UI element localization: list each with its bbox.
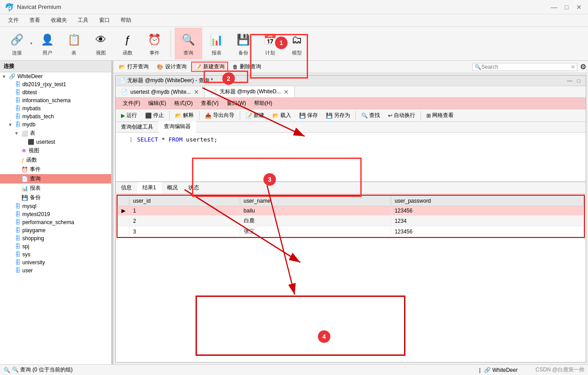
toolbar-item-备份[interactable]: 💾备份 [231,29,256,58]
sidebar-item-WhiteDeer[interactable]: ▼🔗WhiteDeer [0,72,111,80]
clear-search-icon[interactable]: ✕ [571,64,575,70]
search-icon: 🔍 [475,64,481,70]
sidebar-item-视图[interactable]: 👁视图 [0,146,111,155]
sidebar-item-information_schema[interactable]: 🗄information_schema [0,96,111,104]
table-row[interactable]: 3张三123456 [118,226,584,237]
sidebar-item-performance_schema[interactable]: 🗄performance_schema [0,218,111,226]
database-icon: 🗄 [15,81,21,88]
qw-minimize-button[interactable]: — [566,77,573,84]
toolbar-item-查询[interactable]: 🔍查询 [175,28,202,59]
sidebar-item-dbtest[interactable]: 🗄dbtest [0,88,111,96]
sidebar-item-mybatis_tech[interactable]: 🗄mybatis_tech [0,112,111,121]
menu-item-查看[interactable]: 查看 [25,15,45,26]
sidebar-item-playgame[interactable]: 🗄playgame [0,226,111,234]
toolbar-item-计划[interactable]: 📅计划 [258,29,283,58]
close-button[interactable]: ✕ [575,3,584,12]
sidebar-item-报表[interactable]: 📊报表 [0,183,111,193]
query-window-toolbar: ▶ 运行 ⬛ 停止 📂 解释 [116,109,586,122]
delete-query-button[interactable]: 🗑 删除查询 [229,62,265,71]
run-button[interactable]: ▶ 运行 [117,111,141,120]
stop-icon: ⬛ [145,112,152,119]
toolbar-item-报表[interactable]: 📊报表 [204,29,229,58]
qw-menu-格式O[interactable]: 格式(O) [171,99,196,108]
cell-user-password: 123456 [391,226,584,237]
search-box[interactable]: 🔍 ✕ [472,63,577,71]
save-button[interactable]: 💾 保存 [296,111,321,120]
maximize-button[interactable]: □ [562,3,571,12]
sidebar-item-事件[interactable]: ⏰事件 [0,165,111,174]
sidebar-item-表[interactable]: ▼⬜表 [0,129,111,138]
subtab-query-editor[interactable]: 查询编辑器 [158,121,196,133]
results-tab-info[interactable]: 信息 [116,182,137,193]
new-button[interactable]: 📝 新建 [242,111,268,120]
qw-menu-帮助H[interactable]: 帮助(H) [250,99,276,108]
sidebar-item-备份[interactable]: 💾备份 [0,193,111,202]
connect-with-arrow[interactable]: 🔗连接▼ [4,29,33,58]
sidebar-item-university[interactable]: 🗄university [0,258,111,267]
menu-item-文件[interactable]: 文件 [4,15,23,26]
results-table[interactable]: user_id user_name user_password ▶1bailu1… [117,195,585,238]
tab-untitled[interactable]: 📄 无标题 @mydb (WhiteD... ✕ [205,86,295,97]
tab-close-icon2[interactable]: ✕ [284,88,289,96]
stop-button[interactable]: ⬛ 停止 [142,111,167,120]
menu-item-工具[interactable]: 工具 [73,15,93,26]
search-input[interactable] [481,64,571,70]
results-tab-status[interactable]: 状态 [183,182,204,193]
menu-item-收藏夹[interactable]: 收藏夹 [46,15,71,26]
toolbar-item-用户[interactable]: 👤用户 [35,29,60,58]
menu-item-帮助[interactable]: 帮助 [116,15,136,26]
toolbar-item-事件[interactable]: ⏰事件 [142,29,167,58]
sidebar-item-usertest[interactable]: ⬛usertest [0,138,111,146]
qw-menu-窗口W[interactable]: 窗口(W) [223,99,250,108]
sidebar-item-sys[interactable]: 🗄sys [0,250,111,258]
sidebar-item-spj[interactable]: 🗄spj [0,242,111,250]
open-query-button[interactable]: 📂 打开查询 [115,62,152,71]
sql-editor[interactable]: 1 SELECT * FROM usertest; [116,133,586,182]
cell-user-name: bailu [240,206,391,216]
new-query-button[interactable]: 📝 新建查询 [191,62,228,72]
qw-menu-编辑E[interactable]: 编辑(E) [145,99,170,108]
design-query-button[interactable]: 🎨 设计查询 [153,62,190,71]
tab-usertest[interactable]: 📄 usertest @mydb (White... ✕ [116,86,205,97]
sidebar-content[interactable]: ▼🔗WhiteDeer 🗄db2019_rjxy_test1 🗄dbtest 🗄… [0,72,111,364]
函数-label: 函数 [123,50,133,56]
报表-icon: 📊 [208,31,225,49]
sidebar-item-db2019_rjxy_test1[interactable]: 🗄db2019_rjxy_test1 [0,80,111,88]
tab-close-icon[interactable]: ✕ [194,88,199,96]
load-button[interactable]: 📂 载入 [269,111,295,120]
table-row[interactable]: 2白鹿1234 [118,216,584,226]
toolbar-item-视图[interactable]: 👁视图 [88,29,113,58]
explain-button[interactable]: 📂 解释 [171,111,197,120]
subtab-query-builder[interactable]: 查询创建工具 [116,121,158,133]
sidebar-item-mydb[interactable]: ▼🗄mydb [0,121,111,129]
sidebar-item-查询[interactable]: 📄查询 [0,174,111,183]
toolbar-item-模型[interactable]: 🗂模型 [284,29,309,58]
toolbar-item-表[interactable]: 📋表 [62,29,87,58]
sidebar-item-mybatis[interactable]: 🗄mybatis [0,104,111,112]
results-tab-1[interactable]: 结果1 [137,182,162,193]
toolbar-item-函数[interactable]: ƒ函数 [115,29,140,58]
sidebar-item-shopping[interactable]: 🗄shopping [0,234,111,242]
sidebar-item-mytest2019[interactable]: 🗄mytest2019 [0,210,111,218]
find-icon: 🔍 [361,112,368,119]
toolbar-item-连接[interactable]: 🔗连接 [4,29,29,58]
sidebar-item-user[interactable]: 🗄user [0,267,111,275]
table-row[interactable]: ▶1bailu123456 [118,206,584,216]
grid-view-button[interactable]: ⊞ 网格查看 [423,111,457,120]
qw-maximize-button[interactable]: □ [575,77,582,84]
export-wizard-button[interactable]: 📤 导出向导 [201,111,238,120]
tree-item-label: 报表 [30,184,41,192]
settings-icon[interactable]: ⚙ [580,62,586,71]
sidebar-item-mysql[interactable]: 🗄mysql [0,202,111,210]
menu-item-窗口[interactable]: 窗口 [95,15,114,26]
cell-user-name: 白鹿 [240,216,391,226]
wrap-button[interactable]: ↩ 自动换行 [384,111,419,120]
results-tab-overview[interactable]: 概况 [162,182,183,193]
qw-menu-查看V[interactable]: 查看(V) [197,99,222,108]
sidebar-item-函数[interactable]: ƒ函数 [0,155,111,165]
sidebar: 连接 ▼🔗WhiteDeer 🗄db2019_rjxy_test1 🗄dbtes… [0,61,112,364]
minimize-button[interactable]: — [550,3,559,12]
qw-menu-文件F[interactable]: 文件(F) [119,99,144,108]
find-button[interactable]: 🔍 查找 [358,111,384,120]
save-as-button[interactable]: 💾 另存为 [322,111,354,120]
